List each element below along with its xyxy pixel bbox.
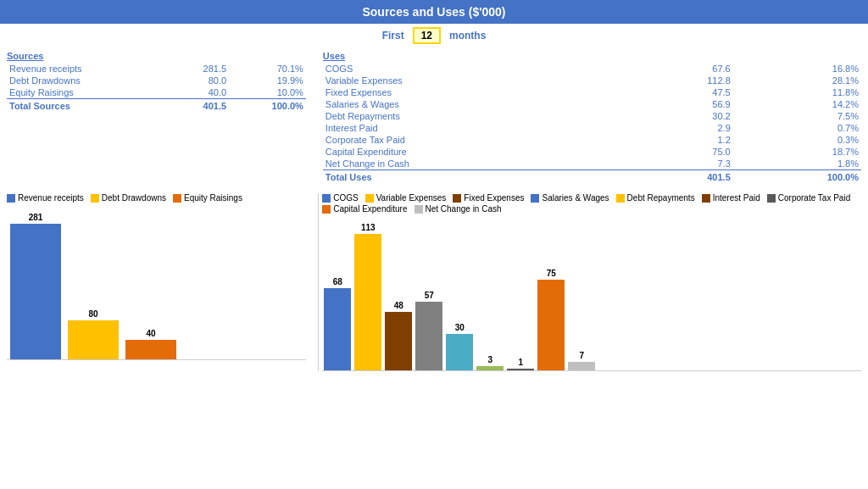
- right-legend-color-box: [767, 194, 776, 203]
- uses-row-label: Net Change in Cash: [323, 158, 634, 170]
- right-bar-group: 113: [354, 223, 381, 370]
- uses-row-pct: 0.3%: [733, 134, 861, 146]
- sources-table: Revenue receipts 281.5 70.1%Debt Drawdow…: [7, 63, 306, 112]
- right-legend-color-box: [322, 194, 331, 203]
- right-bar: [537, 280, 565, 370]
- uses-row: Fixed Expenses 47.5 11.8%: [323, 86, 861, 98]
- sources-panel: Sources Revenue receipts 281.5 70.1%Debt…: [7, 51, 323, 183]
- right-bar-group: 1: [507, 358, 534, 370]
- months-input[interactable]: 12: [413, 27, 441, 44]
- sources-title: Sources: [7, 51, 306, 61]
- right-legend-item: Fixed Expenses: [453, 193, 524, 203]
- uses-row-value: 7.3: [634, 158, 733, 170]
- right-bar-label-top: 7: [579, 351, 584, 360]
- uses-row: COGS 67.6 16.8%: [323, 63, 861, 75]
- legend-color-box: [7, 194, 15, 203]
- uses-total-value: 401.5: [634, 170, 733, 184]
- sources-row-label: Equity Raisings: [7, 86, 170, 99]
- right-legend-color-box: [415, 205, 423, 214]
- right-legend-color-box: [365, 194, 374, 203]
- uses-row-pct: 7.5%: [733, 110, 861, 122]
- uses-total-row: Total Uses 401.5 100.0%: [323, 170, 861, 184]
- uses-row: Net Change in Cash 7.3 1.8%: [323, 158, 861, 170]
- chart-divider: [318, 193, 319, 371]
- right-bar: [354, 234, 381, 370]
- bar-label-top: 281: [29, 213, 43, 222]
- uses-row-label: Fixed Expenses: [323, 86, 634, 98]
- right-bar: [507, 369, 534, 370]
- right-legend-color-box: [702, 194, 710, 203]
- sources-row-value: 281.5: [170, 63, 229, 75]
- uses-row-label: Capital Expenditure: [323, 146, 634, 158]
- right-bar-group: 68: [324, 277, 351, 370]
- uses-row-pct: 14.2%: [733, 98, 861, 110]
- right-bar-label-top: 68: [333, 277, 342, 286]
- sources-total-label: Total Sources: [7, 99, 170, 113]
- sources-row-value: 80.0: [170, 75, 229, 86]
- right-bar-label-top: 57: [425, 291, 434, 300]
- uses-row: Debt Repayments 30.2 7.5%: [323, 110, 861, 122]
- right-legend-label: Salaries & Wages: [542, 193, 609, 203]
- page-title: Sources and Uses ($'000): [0, 0, 868, 24]
- sources-row-label: Debt Drawdowns: [7, 75, 170, 86]
- sources-row-label: Revenue receipts: [7, 63, 170, 75]
- legend-item: Equity Raisings: [173, 193, 242, 203]
- uses-row-label: COGS: [323, 63, 634, 75]
- right-legend-color-box: [531, 194, 539, 203]
- legend-label: Equity Raisings: [184, 193, 242, 203]
- uses-total-pct: 100.0%: [733, 170, 861, 184]
- right-bar: [324, 288, 351, 370]
- right-legend-item: Interest Paid: [702, 193, 760, 203]
- right-legend-item: Net Change in Cash: [415, 204, 502, 214]
- right-legend-item: Corporate Tax Paid: [767, 193, 850, 203]
- sources-row: Revenue receipts 281.5 70.1%: [7, 63, 306, 75]
- legend-item: Debt Drawdowns: [91, 193, 166, 203]
- right-bar: [568, 362, 595, 370]
- uses-row-value: 2.9: [634, 122, 733, 134]
- bar: [68, 320, 119, 359]
- right-legend-color-box: [453, 194, 461, 203]
- right-legend-label: Capital Expenditure: [333, 204, 407, 214]
- main-content: Sources Revenue receipts 281.5 70.1%Debt…: [0, 47, 868, 186]
- uses-row-label: Debt Repayments: [323, 110, 634, 122]
- right-legend-label: Net Change in Cash: [426, 204, 502, 214]
- right-bar-label-top: 30: [455, 323, 465, 332]
- legend-label: Debt Drawdowns: [102, 193, 166, 203]
- right-legend-label: Fixed Expenses: [464, 193, 524, 203]
- charts-row: Revenue receipts Debt Drawdowns Equity R…: [0, 190, 868, 375]
- uses-row-value: 1.2: [634, 134, 733, 146]
- right-bar-chart: 68 113 48 57 30 3 1 75 7: [322, 219, 861, 371]
- uses-row-pct: 1.8%: [733, 158, 861, 170]
- uses-row-label: Interest Paid: [323, 122, 634, 134]
- legend-item: Revenue receipts: [7, 193, 84, 203]
- bar-label-top: 80: [88, 309, 97, 319]
- uses-row-value: 112.8: [634, 75, 733, 86]
- sources-row-pct: 70.1%: [229, 63, 306, 75]
- left-chart: Revenue receipts Debt Drawdowns Equity R…: [7, 193, 314, 371]
- months-pre-label: First: [382, 30, 404, 42]
- right-bar-label-top: 3: [487, 355, 492, 364]
- months-post-label: months: [449, 30, 486, 42]
- uses-row-value: 47.5: [634, 86, 733, 98]
- right-bar: [385, 312, 412, 370]
- bar-group: 40: [125, 329, 176, 359]
- sources-total-row: Total Sources 401.5 100.0%: [7, 99, 306, 113]
- uses-row: Variable Expenses 112.8 28.1%: [323, 75, 861, 86]
- months-row: First 12 months: [0, 24, 868, 47]
- right-legend-color-box: [322, 205, 331, 214]
- uses-row-pct: 11.8%: [733, 86, 861, 98]
- sources-row-value: 40.0: [170, 86, 229, 99]
- right-legend-item: Salaries & Wages: [531, 193, 609, 203]
- right-legend-color-box: [616, 194, 625, 203]
- right-legend-label: Interest Paid: [713, 193, 760, 203]
- right-legend-label: Debt Repayments: [627, 193, 695, 203]
- uses-row-pct: 0.7%: [733, 122, 861, 134]
- bar-group: 281: [10, 213, 61, 359]
- sources-row: Equity Raisings 40.0 10.0%: [7, 86, 306, 99]
- uses-row: Corporate Tax Paid 1.2 0.3%: [323, 134, 861, 146]
- legend-color-box: [173, 194, 181, 203]
- right-bar-group: 7: [568, 351, 595, 370]
- legend-label: Revenue receipts: [18, 193, 84, 203]
- sources-row: Debt Drawdowns 80.0 19.9%: [7, 75, 306, 86]
- sources-row-pct: 10.0%: [229, 86, 306, 99]
